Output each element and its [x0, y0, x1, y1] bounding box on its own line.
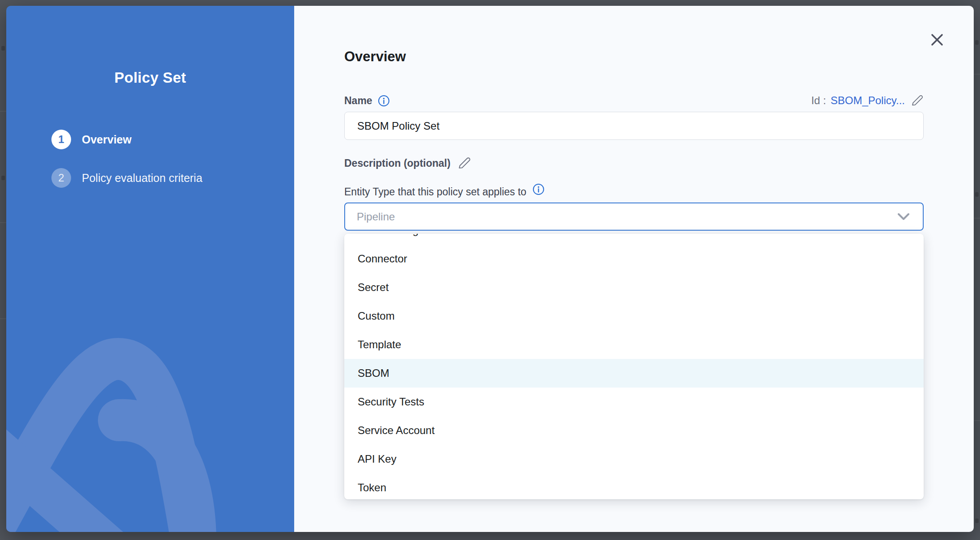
description-label: Description (optional) — [344, 157, 451, 169]
overlay-artifact — [1, 176, 5, 180]
step-label: Policy evaluation criteria — [82, 172, 203, 185]
dropdown-option[interactable]: API Key — [344, 445, 924, 473]
overlay-artifact — [974, 420, 980, 421]
dropdown-option[interactable]: SBOM — [344, 359, 924, 388]
wizard-sidebar: Policy Set 1 Overview 2 Policy evaluatio… — [6, 6, 294, 532]
step-number-badge: 1 — [51, 130, 71, 149]
entity-id-link[interactable]: SBOM_Policy... — [831, 94, 905, 107]
page-title: Overview — [344, 49, 406, 65]
entity-type-label: Entity Type that this policy set applies… — [344, 186, 526, 198]
policy-set-modal: Policy Set 1 Overview 2 Policy evaluatio… — [6, 6, 974, 532]
overlay-artifact — [0, 111, 6, 112]
overlay-artifact — [975, 192, 979, 197]
wizard-title: Policy Set — [6, 69, 294, 86]
overlay-artifact — [0, 318, 6, 319]
edit-description-pencil-icon[interactable] — [457, 156, 471, 170]
step-number-badge: 2 — [51, 168, 71, 188]
info-icon[interactable] — [532, 183, 545, 195]
overlay-artifact — [1, 46, 5, 51]
info-icon[interactable] — [378, 95, 390, 107]
name-input[interactable] — [344, 112, 924, 140]
overview-form-panel: Overview Name Id : SBOM_Policy... — [294, 6, 974, 532]
step-overview[interactable]: 1 Overview — [51, 130, 203, 149]
select-placeholder: Pipeline — [357, 211, 896, 223]
overlay-artifact — [0, 222, 6, 223]
dropdown-option[interactable]: Token — [344, 473, 924, 499]
harness-logo-watermark — [6, 317, 294, 532]
dropdown-option[interactable]: Secret — [344, 273, 924, 302]
wizard-steps: 1 Overview 2 Policy evaluation criteria — [51, 130, 203, 207]
entity-id-row: Id : SBOM_Policy... — [811, 93, 924, 108]
dropdown-option[interactable]: Security Tests — [344, 388, 924, 416]
entity-type-dropdown: Feature FlagConnectorSecretCustomTemplat… — [344, 234, 924, 499]
chevron-down-icon — [896, 212, 911, 222]
overlay-artifact — [974, 218, 980, 219]
step-policy-evaluation-criteria[interactable]: 2 Policy evaluation criteria — [51, 168, 203, 188]
step-label: Overview — [82, 133, 131, 146]
dropdown-option[interactable]: Connector — [344, 245, 924, 273]
name-label: Name — [344, 95, 372, 107]
dropdown-option[interactable]: Service Account — [344, 416, 924, 445]
dropdown-option[interactable]: Template — [344, 330, 924, 359]
entity-type-select[interactable]: Pipeline — [344, 202, 924, 231]
overlay-artifact — [974, 74, 980, 75]
close-icon[interactable] — [929, 32, 945, 48]
dropdown-option[interactable]: Custom — [344, 302, 924, 330]
dropdown-option-clipped[interactable]: Feature Flag — [344, 234, 924, 245]
id-prefix-label: Id : — [811, 94, 826, 107]
dimmed-page-overlay: Policy Set 1 Overview 2 Policy evaluatio… — [0, 0, 980, 540]
overlay-artifact — [975, 40, 979, 45]
overlay-artifact — [975, 519, 979, 523]
dropdown-list: Feature FlagConnectorSecretCustomTemplat… — [344, 234, 924, 499]
edit-id-pencil-icon[interactable] — [910, 94, 924, 107]
